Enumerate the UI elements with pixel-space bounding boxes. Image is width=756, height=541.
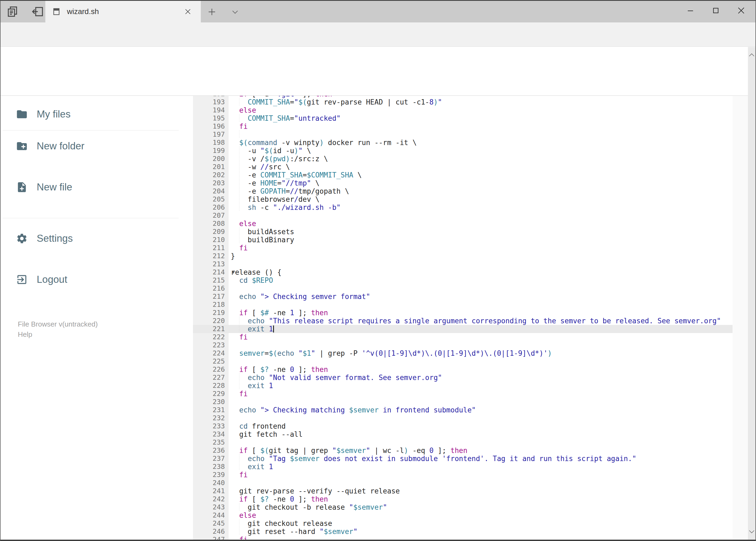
code-line-text[interactable]: else: [229, 511, 732, 519]
sidebar-item-settings[interactable]: Settings: [1, 229, 193, 248]
code-editor[interactable]: 192 if [ -d ".git" ]; then193 COMMIT_SHA…: [193, 96, 732, 540]
code-line[interactable]: 201 -w //src \: [193, 163, 732, 171]
code-line-text[interactable]: }: [229, 252, 732, 260]
code-line-text[interactable]: fi: [229, 122, 732, 131]
code-line-text[interactable]: git checkout release: [229, 519, 732, 527]
code-line-text[interactable]: if [ $? -ne 0 ]; then: [229, 365, 732, 373]
code-line[interactable]: 192 if [ -d ".git" ]; then: [193, 96, 732, 98]
code-line-text[interactable]: $(command -v winpty) docker run --rm -it…: [229, 139, 732, 147]
code-line[interactable]: 202 -e COMMIT_SHA=$COMMIT_SHA \: [193, 171, 732, 179]
sidebar-item-new-folder[interactable]: New folder: [1, 136, 193, 156]
code-line[interactable]: 208 else: [193, 220, 732, 228]
code-line[interactable]: 195 COMMIT_SHA="untracked": [193, 114, 732, 122]
code-line-text[interactable]: -v /$(pwd):/src:z \: [229, 155, 732, 163]
code-line[interactable]: 243 git checkout -b release "$semver": [193, 503, 732, 511]
code-line-text[interactable]: echo "> Checking matching $semver in fro…: [229, 406, 732, 414]
tab-preview-chevron-button[interactable]: [229, 6, 241, 18]
code-line-text[interactable]: -w //src \: [229, 163, 732, 171]
code-line-text[interactable]: if [ $# -ne 1 ]; then: [229, 309, 732, 317]
code-line-text[interactable]: -e GOPATH=//tmp/gopath \: [229, 187, 732, 195]
code-line[interactable]: 247 fi: [193, 536, 732, 540]
code-line-text[interactable]: echo "Not valid semver format. See semve…: [229, 373, 732, 382]
code-line[interactable]: 225: [193, 357, 732, 365]
code-line[interactable]: 199 -u "$(id -u)" \: [193, 147, 732, 155]
code-line-text[interactable]: git reset --hard "$semver": [229, 527, 732, 536]
tabs-set-aside-button[interactable]: [30, 4, 45, 19]
close-window-button[interactable]: [728, 2, 754, 19]
code-line[interactable]: 223: [193, 341, 732, 349]
code-line-text[interactable]: COMMIT_SHA="untracked": [229, 114, 732, 122]
code-line[interactable]: 234 git fetch --all: [193, 430, 732, 438]
fold-arrow-icon[interactable]: ▾: [232, 268, 235, 276]
code-line-text[interactable]: [229, 414, 732, 422]
scroll-up-button[interactable]: [748, 51, 755, 59]
code-line-text[interactable]: fi: [229, 471, 732, 479]
code-line[interactable]: 244 else: [193, 511, 732, 519]
code-line[interactable]: 235: [193, 438, 732, 446]
code-line[interactable]: 236 if [ $(git tag | grep "$semver" | wc…: [193, 446, 732, 455]
browser-tab[interactable]: wizard.sh: [45, 1, 201, 22]
code-line-text[interactable]: [229, 284, 732, 292]
code-line[interactable]: 204 -e GOPATH=//tmp/gopath \: [193, 187, 732, 195]
code-line[interactable]: 212}: [193, 252, 732, 260]
code-line[interactable]: 218: [193, 300, 732, 309]
code-line-text[interactable]: exit 1: [229, 325, 732, 333]
page-scrollbar[interactable]: [748, 47, 755, 540]
code-line[interactable]: 238 exit 1: [193, 463, 732, 471]
code-line-text[interactable]: semver=$(echo "$1" | grep -P '^v(0|[1-9]…: [229, 349, 732, 357]
scroll-down-button[interactable]: [748, 528, 755, 536]
code-line-text[interactable]: buildAssets: [229, 228, 732, 236]
code-line[interactable]: 209 buildAssets: [193, 228, 732, 236]
code-line[interactable]: 206 sh -c "./wizard.sh -b": [193, 204, 732, 212]
code-line-text[interactable]: [229, 479, 732, 487]
code-line-text[interactable]: exit 1: [229, 382, 732, 390]
code-line[interactable]: 246 git reset --hard "$semver": [193, 527, 732, 536]
code-line[interactable]: 193 COMMIT_SHA="$(git rev-parse HEAD | c…: [193, 98, 732, 106]
code-line-text[interactable]: -e COMMIT_SHA=$COMMIT_SHA \: [229, 171, 732, 179]
sidebar-item-my-files[interactable]: My files: [1, 105, 193, 124]
code-line-text[interactable]: fi: [229, 536, 732, 540]
code-line-text[interactable]: -e HOME="//tmp" \: [229, 179, 732, 187]
code-line[interactable]: 233 cd frontend: [193, 422, 732, 430]
code-line-text[interactable]: [229, 260, 732, 268]
code-line-text[interactable]: [229, 300, 732, 309]
code-line[interactable]: 222 fi: [193, 333, 732, 341]
code-line-text[interactable]: if [ $(git tag | grep "$semver" | wc -l)…: [229, 446, 732, 455]
code-line-text[interactable]: exit 1: [229, 463, 732, 471]
code-line-text[interactable]: release () {: [229, 268, 732, 276]
code-line-text[interactable]: [229, 438, 732, 446]
code-line-text[interactable]: filebrowser/dev \: [229, 195, 732, 204]
code-line[interactable]: 230: [193, 398, 732, 406]
code-line[interactable]: 196 fi: [193, 122, 732, 131]
code-line-text[interactable]: git fetch --all: [229, 430, 732, 438]
code-line[interactable]: 239 fi: [193, 471, 732, 479]
code-line[interactable]: 240: [193, 479, 732, 487]
tab-preview-button[interactable]: [5, 4, 21, 19]
code-line-text[interactable]: sh -c "./wizard.sh -b": [229, 204, 732, 212]
code-line-text[interactable]: [229, 398, 732, 406]
tab-close-button[interactable]: [182, 6, 194, 18]
code-line-text[interactable]: [229, 357, 732, 365]
code-line[interactable]: 207: [193, 212, 732, 220]
code-line[interactable]: 217 echo "> Checking semver format": [193, 292, 732, 300]
code-line[interactable]: 197: [193, 131, 732, 139]
code-line[interactable]: 205 filebrowser/dev \: [193, 195, 732, 204]
code-line-text[interactable]: if [ -d ".git" ]; then: [229, 96, 732, 98]
code-line-text[interactable]: cd frontend: [229, 422, 732, 430]
sidebar-item-new-file[interactable]: New file: [1, 178, 193, 197]
code-line-text[interactable]: else: [229, 220, 732, 228]
code-line[interactable]: 227 echo "Not valid semver format. See s…: [193, 373, 732, 382]
code-line-text[interactable]: -u "$(id -u)" \: [229, 147, 732, 155]
code-line-text[interactable]: if [ $? -ne 0 ]; then: [229, 495, 732, 503]
code-line[interactable]: 216: [193, 284, 732, 292]
code-line[interactable]: 241 git rev-parse --verify --quiet relea…: [193, 487, 732, 495]
maximize-button[interactable]: [703, 2, 728, 19]
code-line[interactable]: 211 fi: [193, 244, 732, 252]
code-line[interactable]: 224 semver=$(echo "$1" | grep -P '^v(0|[…: [193, 349, 732, 357]
code-line-text[interactable]: git rev-parse --verify --quiet release: [229, 487, 732, 495]
new-tab-button[interactable]: [206, 6, 218, 18]
code-line-text[interactable]: git checkout -b release "$semver": [229, 503, 732, 511]
code-line[interactable]: 203 -e HOME="//tmp" \: [193, 179, 732, 187]
code-line[interactable]: 220 echo "This release script requires a…: [193, 317, 732, 325]
code-line-text[interactable]: fi: [229, 333, 732, 341]
